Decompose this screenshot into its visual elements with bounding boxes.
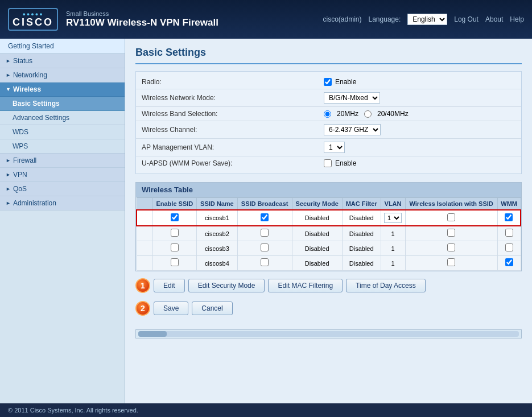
- row4-broadcast-checkbox[interactable]: [261, 258, 269, 266]
- row3-mac-filter: Disabled: [342, 241, 381, 256]
- scroll-thumb[interactable]: [138, 331, 167, 337]
- sidebar-item-vpn[interactable]: ► VPN: [0, 168, 125, 182]
- row1-wmm-checkbox[interactable]: [505, 213, 513, 221]
- network-mode-control: B/G/N-Mixed B Only G Only N Only B/G-Mix…: [324, 92, 380, 104]
- sidebar-item-wds[interactable]: WDS: [0, 125, 125, 139]
- product-name: RV110W Wireless-N VPN Firewall: [66, 17, 218, 28]
- col-vlan: VLAN: [381, 198, 405, 210]
- edit-button[interactable]: Edit: [154, 279, 185, 292]
- row4-wmm[interactable]: [497, 256, 521, 271]
- cisco-logo: ●●●●● CISCO: [8, 8, 58, 31]
- sidebar: Getting Started ► Status ► Networking ▼ …: [0, 39, 125, 403]
- sidebar-item-firewall[interactable]: ► Firewall: [0, 154, 125, 168]
- row1-broadcast[interactable]: [237, 210, 292, 226]
- arrow-right-icon4: ►: [6, 172, 11, 177]
- footer: © 2011 Cisco Systems, Inc. All rights re…: [0, 403, 532, 417]
- row2-broadcast-checkbox[interactable]: [261, 229, 269, 237]
- channel-select[interactable]: 6-2.437 GHZ Auto 1-2.412 GHZ: [324, 124, 381, 135]
- row1-vlan[interactable]: 12: [381, 210, 405, 226]
- row3-wmm[interactable]: [497, 241, 521, 256]
- arrow-right-icon2: ►: [6, 72, 11, 78]
- row4-wmm-checkbox[interactable]: [505, 258, 513, 266]
- sidebar-item-administration[interactable]: ► Administration: [0, 196, 125, 210]
- wireless-table-section: Wireless Table Enable SSID SSID Name SSI…: [135, 182, 522, 318]
- row2-isolation-checkbox[interactable]: [447, 229, 455, 237]
- row1-isolation-checkbox[interactable]: [447, 213, 455, 221]
- logout-link[interactable]: Log Out: [454, 15, 479, 23]
- row3-broadcast[interactable]: [237, 241, 292, 256]
- save-button[interactable]: Save: [154, 302, 188, 315]
- about-link[interactable]: About: [485, 15, 503, 23]
- header-title: Small Business RV110W Wireless-N VPN Fir…: [66, 10, 218, 28]
- row2-isolation[interactable]: [405, 226, 497, 241]
- sidebar-item-wireless[interactable]: ▼ Wireless: [0, 82, 125, 97]
- content-area: Basic Settings Radio: Enable Wireless Ne…: [125, 39, 532, 403]
- sidebar-item-basic-settings[interactable]: Basic Settings: [0, 97, 125, 111]
- col-num: [137, 198, 152, 210]
- network-mode-select[interactable]: B/G/N-Mixed B Only G Only N Only B/G-Mix…: [324, 92, 380, 104]
- arrow-right-icon5: ►: [6, 186, 11, 192]
- radio-enable-checkbox[interactable]: [324, 78, 332, 86]
- row4-broadcast[interactable]: [237, 256, 292, 271]
- row4-mac-filter: Disabled: [342, 256, 381, 271]
- row2-broadcast[interactable]: [237, 226, 292, 241]
- row3-security: Disabled: [292, 241, 342, 256]
- table-row: ciscosb3 Disabled Disabled 1: [137, 241, 521, 256]
- row3-isolation-checkbox[interactable]: [447, 243, 455, 251]
- radio-control: Enable: [324, 78, 356, 86]
- row3-isolation[interactable]: [405, 241, 497, 256]
- radio-label: Radio:: [142, 78, 324, 86]
- sidebar-basic-settings-label: Basic Settings: [13, 100, 60, 108]
- row3-wmm-checkbox[interactable]: [505, 243, 513, 251]
- table-row: ciscosb4 Disabled Disabled 1: [137, 256, 521, 271]
- band-20mhz-label: 20MHz: [337, 110, 358, 118]
- row2-wmm[interactable]: [497, 226, 521, 241]
- uapsd-row: U-APSD (WMM Power Save): Enable: [136, 156, 521, 170]
- edit-security-mode-button[interactable]: Edit Security Mode: [188, 279, 265, 292]
- row3-broadcast-checkbox[interactable]: [261, 243, 269, 251]
- sidebar-item-wps[interactable]: WPS: [0, 139, 125, 154]
- sidebar-item-qos[interactable]: ► QoS: [0, 182, 125, 196]
- uapsd-enable-checkbox[interactable]: [324, 159, 332, 167]
- row2-security: Disabled: [292, 226, 342, 241]
- sidebar-item-status[interactable]: ► Status: [0, 54, 125, 68]
- row4-isolation-checkbox[interactable]: [447, 258, 455, 266]
- sidebar-item-networking[interactable]: ► Networking: [0, 68, 125, 82]
- row4-isolation[interactable]: [405, 256, 497, 271]
- row3-vlan: 1: [381, 241, 405, 256]
- ap-vlan-label: AP Management VLAN:: [142, 143, 324, 151]
- row3-enable-checkbox[interactable]: [171, 243, 179, 251]
- uapsd-label: U-APSD (WMM Power Save):: [142, 159, 324, 167]
- row3-enable[interactable]: [152, 241, 197, 256]
- band-selection-row: Wireless Band Selection: 20MHz 20/40MHz: [136, 107, 521, 121]
- main-layout: Getting Started ► Status ► Networking ▼ …: [0, 39, 532, 403]
- row2-wmm-checkbox[interactable]: [505, 229, 513, 237]
- row1-broadcast-checkbox[interactable]: [261, 213, 269, 221]
- ap-vlan-select[interactable]: 1 2 3 4: [324, 142, 345, 153]
- row1-isolation[interactable]: [405, 210, 497, 226]
- row4-enable-checkbox[interactable]: [171, 258, 179, 266]
- row1-wmm[interactable]: [497, 210, 521, 226]
- ap-vlan-control: 1 2 3 4: [324, 142, 345, 153]
- time-of-day-access-button[interactable]: Time of Day Access: [346, 279, 426, 292]
- sidebar-getting-started[interactable]: Getting Started: [0, 39, 125, 54]
- cancel-button[interactable]: Cancel: [192, 302, 232, 315]
- row2-mac-filter: Disabled: [342, 226, 381, 241]
- edit-mac-filtering-button[interactable]: Edit MAC Filtering: [268, 279, 343, 292]
- sidebar-advanced-settings-label: Advanced Settings: [13, 114, 69, 122]
- band-2040mhz-radio[interactable]: [364, 110, 372, 118]
- sidebar-item-advanced-settings[interactable]: Advanced Settings: [0, 111, 125, 125]
- row1-enable-checkbox[interactable]: [171, 213, 179, 221]
- row2-enable[interactable]: [152, 226, 197, 241]
- sidebar-status-label: Status: [13, 57, 32, 65]
- horizontal-scrollbar[interactable]: [135, 329, 522, 338]
- sidebar-vpn-label: VPN: [13, 171, 27, 179]
- row1-vlan-select[interactable]: 12: [384, 213, 402, 223]
- language-select[interactable]: English: [407, 14, 447, 25]
- row1-enable[interactable]: [152, 210, 197, 226]
- row4-enable[interactable]: [152, 256, 197, 271]
- band-20mhz-radio[interactable]: [324, 110, 331, 118]
- help-link[interactable]: Help: [510, 15, 524, 23]
- ap-vlan-row: AP Management VLAN: 1 2 3 4: [136, 139, 521, 156]
- row2-enable-checkbox[interactable]: [171, 229, 179, 237]
